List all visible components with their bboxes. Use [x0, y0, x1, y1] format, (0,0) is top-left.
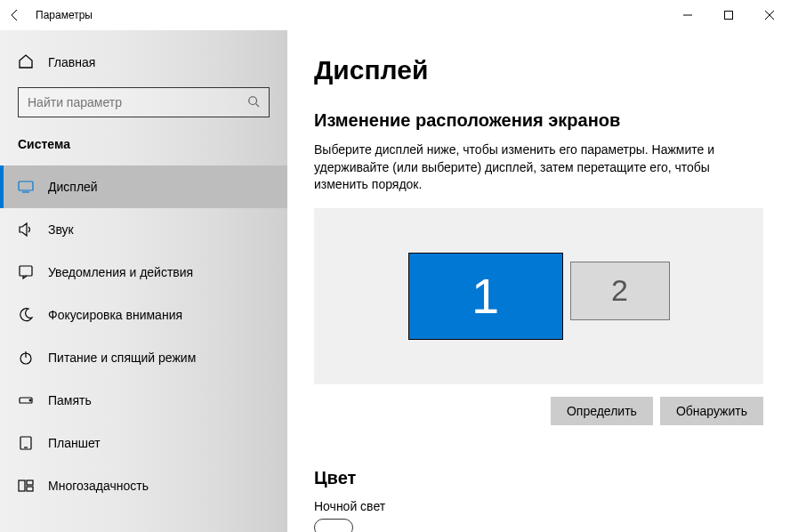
minimize-icon — [683, 11, 692, 20]
search-input[interactable] — [28, 95, 247, 109]
nightlight-label: Ночной свет — [314, 499, 763, 513]
back-button[interactable] — [0, 0, 30, 30]
sidebar-category: Система — [0, 117, 287, 165]
multitasking-icon — [18, 478, 34, 494]
svg-line-5 — [256, 103, 260, 107]
nightlight-toggle[interactable] — [314, 519, 353, 532]
svg-point-12 — [29, 399, 31, 401]
sidebar-item-power[interactable]: Питание и спящий режим — [0, 336, 287, 379]
window-title: Параметры — [30, 9, 93, 21]
sidebar-item-display[interactable]: Дисплей — [0, 165, 287, 208]
sidebar-item-label: Питание и спящий режим — [48, 351, 196, 365]
sidebar: Главная Система Дисплей Звук — [0, 30, 287, 532]
sidebar-item-label: Планшет — [48, 436, 101, 450]
svg-rect-16 — [27, 480, 33, 485]
maximize-button[interactable] — [708, 0, 749, 30]
display-icon — [18, 179, 34, 195]
sidebar-nav: Дисплей Звук Уведомления и действия Фоку… — [0, 165, 287, 507]
maximize-icon — [724, 11, 733, 20]
sidebar-home[interactable]: Главная — [0, 44, 287, 80]
sidebar-item-label: Фокусировка внимания — [48, 308, 182, 322]
sidebar-item-label: Звук — [48, 222, 74, 237]
sidebar-item-label: Память — [48, 393, 92, 407]
sidebar-item-label: Уведомления и действия — [48, 265, 193, 279]
sidebar-item-notifications[interactable]: Уведомления и действия — [0, 251, 287, 294]
sidebar-item-tablet[interactable]: Планшет — [0, 422, 287, 464]
svg-rect-15 — [19, 480, 25, 491]
sidebar-item-sound[interactable]: Звук — [0, 208, 287, 251]
titlebar: Параметры — [0, 0, 790, 30]
tablet-icon — [18, 435, 34, 451]
focus-icon — [18, 307, 34, 323]
search-input-container[interactable] — [18, 87, 270, 117]
close-button[interactable] — [749, 0, 790, 30]
color-heading: Цвет — [314, 468, 763, 488]
sidebar-item-label: Дисплей — [48, 180, 98, 194]
minimize-button[interactable] — [667, 0, 708, 30]
svg-rect-1 — [725, 12, 733, 20]
svg-rect-17 — [27, 487, 33, 491]
sidebar-item-label: Многозадачность — [48, 479, 149, 493]
arrange-buttons: Определить Обнаружить — [314, 397, 763, 425]
notifications-icon — [18, 264, 34, 280]
rearrange-heading: Изменение расположения экранов — [314, 110, 763, 131]
home-icon — [18, 53, 34, 72]
arrow-left-icon — [8, 8, 22, 22]
sidebar-home-label: Главная — [48, 55, 95, 69]
rearrange-description: Выберите дисплей ниже, чтобы изменить ег… — [314, 141, 763, 194]
power-icon — [18, 350, 34, 366]
svg-point-4 — [249, 96, 257, 104]
svg-rect-8 — [20, 266, 32, 276]
sidebar-item-storage[interactable]: Память — [0, 379, 287, 422]
close-icon — [765, 11, 774, 20]
search-icon — [247, 95, 260, 110]
main-content: Дисплей Изменение расположения экранов В… — [287, 30, 790, 532]
page-title: Дисплей — [314, 55, 763, 85]
display-tile-1[interactable]: 1 — [408, 253, 563, 340]
sidebar-item-focus[interactable]: Фокусировка внимания — [0, 294, 287, 336]
identify-button[interactable]: Определить — [551, 397, 653, 425]
display-tile-2[interactable]: 2 — [570, 262, 670, 320]
svg-rect-6 — [19, 181, 33, 190]
display-arrange-canvas[interactable]: 1 2 — [314, 208, 763, 384]
sound-icon — [18, 222, 34, 238]
sidebar-item-multitasking[interactable]: Многозадачность — [0, 464, 287, 507]
storage-icon — [18, 392, 34, 408]
detect-button[interactable]: Обнаружить — [660, 397, 763, 425]
